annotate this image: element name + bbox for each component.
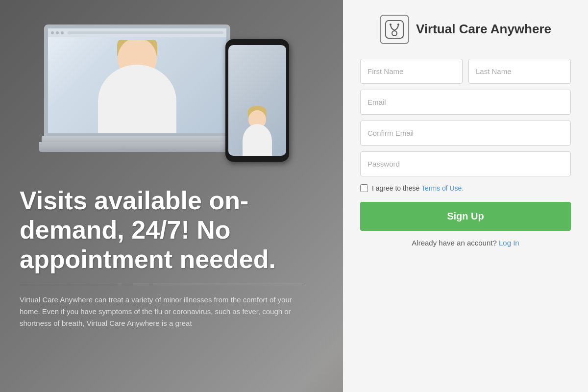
terms-prefix: I agree to these <box>372 184 421 192</box>
svg-point-2 <box>390 24 392 25</box>
phone-doctor <box>238 97 277 156</box>
last-name-input[interactable] <box>468 59 571 84</box>
svg-point-1 <box>392 31 397 36</box>
logo-text: Virtual Care Anywhere <box>416 22 551 37</box>
laptop-screen <box>44 24 230 137</box>
right-panel: Virtual Care Anywhere I agree to these T… <box>343 0 588 392</box>
description: Virtual Care Anywhere can treat a variet… <box>20 294 304 329</box>
login-text: Already have an account? <box>412 239 496 247</box>
login-row: Already have an account? Log In <box>412 239 519 247</box>
laptop <box>39 24 235 152</box>
headline: Visits available on-demand, 24/7! No app… <box>20 186 304 274</box>
doctor-face <box>83 40 191 133</box>
terms-label[interactable]: I agree to these Terms of Use. <box>372 184 464 192</box>
signup-button[interactable]: Sign Up <box>360 202 571 231</box>
name-row <box>360 59 571 84</box>
device-image <box>29 20 294 176</box>
screen-bar <box>68 31 223 34</box>
laptop-base <box>39 142 235 152</box>
logo-area: Virtual Care Anywhere <box>380 15 551 44</box>
terms-checkbox[interactable] <box>360 184 368 192</box>
screen-dot-1 <box>51 31 54 34</box>
divider <box>20 284 304 284</box>
phone-doctor-body <box>243 124 272 156</box>
screen-dot-2 <box>56 31 59 34</box>
first-name-input[interactable] <box>360 59 463 84</box>
terms-row: I agree to these Terms of Use. <box>360 184 571 192</box>
laptop-screen-inner <box>48 28 226 133</box>
doctor-body <box>98 65 176 133</box>
left-panel: Visits available on-demand, 24/7! No app… <box>0 0 323 392</box>
email-input[interactable] <box>360 90 571 115</box>
phone-screen <box>228 45 286 156</box>
confirm-email-input[interactable] <box>360 121 571 146</box>
terms-link[interactable]: Terms of Use. <box>421 184 464 192</box>
password-input[interactable] <box>360 151 571 176</box>
logo-icon <box>380 15 409 44</box>
signup-form: I agree to these Terms of Use. Sign Up <box>360 59 571 231</box>
login-link[interactable]: Log In <box>499 239 519 247</box>
screen-topbar <box>48 28 226 37</box>
svg-point-3 <box>397 24 399 25</box>
phone <box>225 39 289 162</box>
screen-dot-3 <box>61 31 64 34</box>
